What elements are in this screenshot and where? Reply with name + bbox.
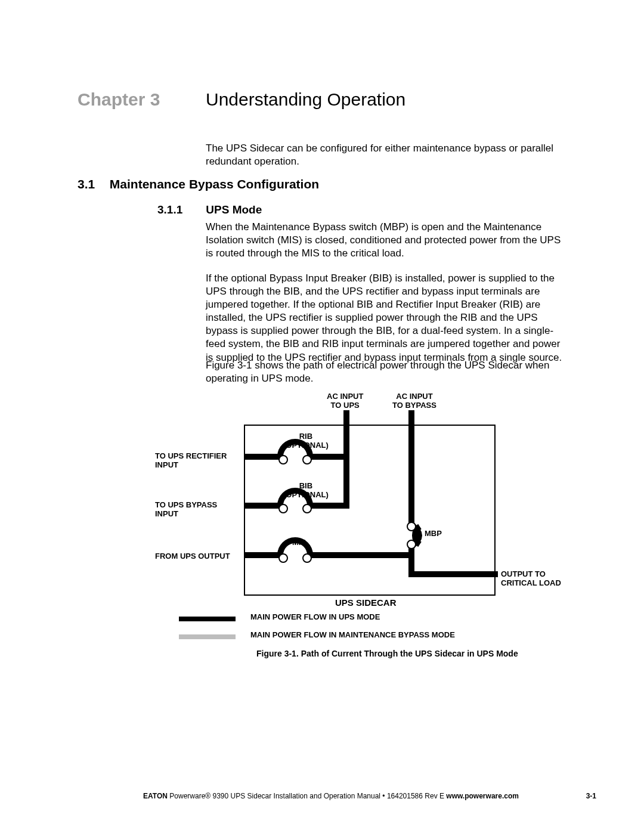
svg-rect-11 [244, 552, 280, 558]
page: Chapter 3 Understanding Operation The UP… [0, 0, 644, 833]
svg-point-16 [407, 522, 416, 531]
label-mis: MIS [292, 538, 306, 547]
svg-point-4 [279, 456, 287, 464]
section-3-1-heading: 3.1 Maintenance Bypass Configuration [78, 177, 319, 191]
diagram-svg [78, 392, 566, 619]
chapter-label: Chapter 3 [78, 89, 160, 110]
svg-rect-6 [310, 503, 349, 509]
chapter-title: Understanding Operation [206, 89, 405, 110]
intro-paragraph: The UPS Sidecar can be configured for ei… [206, 142, 566, 168]
svg-point-14 [303, 554, 311, 562]
legend-bar-ups-mode [179, 617, 236, 621]
label-ac-input-ups: AC INPUT TO UPS [327, 392, 363, 410]
svg-point-9 [303, 504, 311, 513]
svg-point-17 [407, 540, 416, 549]
section-number: 3.1 [78, 177, 106, 191]
legend-text-bypass-mode: MAIN POWER FLOW IN MAINTENANCE BYPASS MO… [250, 631, 455, 640]
paragraph-3: Figure 3-1 shows the path of electrical … [206, 359, 566, 385]
label-output-critical: OUTPUT TO CRITICAL LOAD [501, 570, 561, 588]
svg-rect-12 [310, 552, 414, 558]
label-to-ups-bypass: TO UPS BYPASS INPUT [155, 501, 217, 519]
label-ac-input-bypass: AC INPUT TO BYPASS [392, 392, 436, 410]
subsection-title: UPS Mode [206, 203, 262, 216]
footer-text: Powerware® 9390 UPS Sidecar Installation… [168, 792, 446, 800]
label-mbp: MBP [425, 529, 442, 538]
legend-text-ups-mode: MAIN POWER FLOW IN UPS MODE [250, 613, 380, 622]
footer-url: www.powerware.com [446, 792, 519, 800]
footer: EATON Powerware® 9390 UPS Sidecar Instal… [78, 792, 584, 800]
legend-bar-bypass-mode [179, 634, 236, 639]
svg-rect-18 [408, 571, 498, 577]
figure-3-1-diagram: AC INPUT TO UPS AC INPUT TO BYPASS RIB (… [78, 392, 566, 667]
paragraph-2: If the optional Bypass Input Breaker (BI… [206, 272, 566, 364]
footer-brand: EATON [143, 792, 168, 800]
subsection-number: 3.1.1 [157, 203, 203, 216]
svg-rect-7 [244, 503, 280, 509]
label-rib: RIB (OPTIONAL) [283, 432, 329, 450]
label-ups-sidecar: UPS SIDECAR [335, 597, 397, 608]
svg-point-8 [279, 504, 287, 513]
svg-point-5 [303, 456, 311, 464]
svg-rect-2 [310, 454, 349, 460]
paragraph-1: When the Maintenance Bypass switch (MBP)… [206, 221, 566, 260]
section-title: Maintenance Bypass Configuration [110, 177, 319, 191]
svg-rect-3 [244, 454, 280, 460]
label-bib: BIB (OPTIONAL) [283, 482, 329, 500]
label-from-ups-output: FROM UPS OUTPUT [155, 552, 230, 561]
figure-caption: Figure 3-1. Path of Current Through the … [256, 649, 518, 658]
section-3-1-1-heading: 3.1.1 UPS Mode [157, 203, 262, 216]
label-to-ups-rectifier: TO UPS RECTIFIER INPUT [155, 452, 227, 470]
chapter-header: Chapter 3 Understanding Operation [78, 89, 566, 110]
page-number: 3-1 [586, 792, 596, 800]
svg-point-13 [279, 554, 287, 562]
